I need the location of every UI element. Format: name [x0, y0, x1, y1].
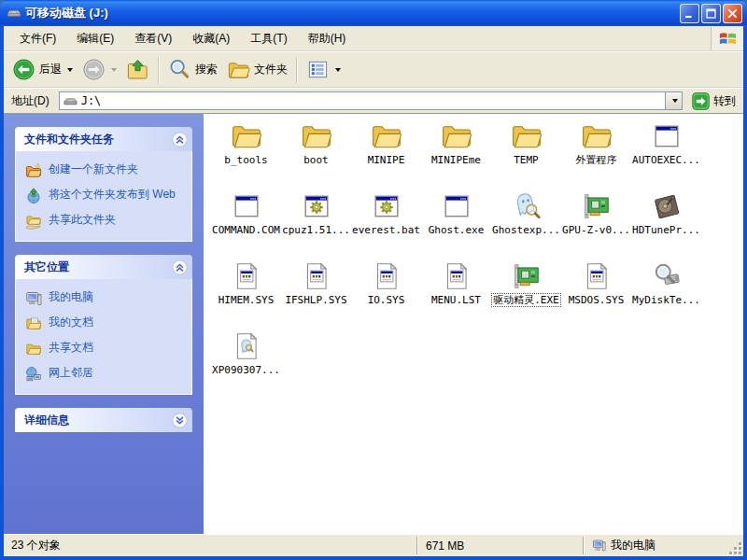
menu-item-favorites[interactable]: 收藏(A) [182, 27, 240, 50]
address-combo[interactable]: J:\ [59, 91, 683, 110]
dos-app-icon [231, 190, 262, 222]
panel-body-other-places: 我的电脑我的文档共享文档网上邻居 [15, 279, 192, 395]
batch-gear-icon [301, 190, 332, 222]
file-item[interactable]: MINIPE [351, 118, 421, 188]
batch-gear-icon [371, 190, 402, 222]
menu-item-help[interactable]: 帮助(H) [298, 27, 357, 50]
file-label: IFSHLP.SYS [285, 294, 346, 306]
chevron-down-icon [672, 99, 678, 103]
task-item-shared-documents[interactable]: 共享文档 [25, 341, 184, 357]
file-item[interactable]: Ghost.exe [421, 188, 491, 258]
minimize-button[interactable] [680, 4, 699, 23]
file-item[interactable]: COMMAND.COM [211, 188, 281, 258]
folders-button[interactable]: 文件夹 [222, 55, 292, 84]
task-item-new-folder[interactable]: 创建一个新文件夹 [25, 162, 184, 179]
back-dropdown-arrow[interactable] [67, 68, 73, 72]
my-documents-icon [25, 315, 42, 332]
address-label: 地址(D) [7, 93, 53, 109]
panel-title-file-tasks: 文件和文件夹任务 [24, 132, 172, 147]
removable-disk-icon [63, 94, 78, 108]
back-button[interactable]: 后退 [7, 55, 78, 84]
window-title: 可移动磁盘 (J:) [25, 5, 680, 21]
file-label: b_tools [224, 154, 267, 166]
new-folder-icon [25, 162, 42, 179]
views-dropdown-arrow[interactable] [335, 68, 341, 72]
dos-app-icon [651, 120, 683, 152]
file-item[interactable]: b_tools [211, 118, 281, 188]
system-file-icon [371, 260, 402, 292]
chevron-up-icon[interactable] [172, 132, 188, 147]
task-panel-file-tasks: 文件和文件夹任务创建一个新文件夹将这个文件夹发布到 Web共享此文件夹 [15, 127, 192, 242]
task-item-share-folder[interactable]: 共享此文件夹 [25, 213, 184, 230]
chevron-down-icon[interactable] [172, 413, 188, 428]
go-button[interactable]: 转到 [688, 92, 740, 110]
task-item-publish-web[interactable]: 将这个文件夹发布到 Web [25, 188, 184, 204]
file-item[interactable]: cpuz1.51... [281, 188, 351, 258]
search-button[interactable]: 搜索 [163, 55, 222, 84]
search-label: 搜索 [195, 62, 218, 77]
file-label: everest.bat [352, 224, 420, 236]
menu-item-tools[interactable]: 工具(T) [240, 27, 297, 50]
forward-dropdown-arrow[interactable] [111, 68, 117, 72]
file-item[interactable]: MINIPEme [421, 118, 491, 188]
file-item[interactable]: boot [281, 118, 351, 188]
file-item[interactable]: IO.SYS [351, 258, 421, 328]
folder-content: b_toolsbootMINIPEMINIPEmeTEMP外置程序AUTOEXE… [204, 114, 743, 534]
file-item[interactable]: IFSHLP.SYS [281, 258, 351, 328]
menu-bar: 文件(F)编辑(E)查看(V)收藏(A)工具(T)帮助(H) [4, 26, 743, 51]
disk-test-icon [651, 260, 683, 292]
file-grid: b_toolsbootMINIPEMINIPEmeTEMP外置程序AUTOEXE… [204, 114, 743, 398]
panel-header-other-places[interactable]: 其它位置 [15, 255, 192, 279]
panel-header-file-tasks[interactable]: 文件和文件夹任务 [15, 127, 192, 151]
task-item-my-computer[interactable]: 我的电脑 [25, 290, 184, 307]
client-area: 文件(F)编辑(E)查看(V)收藏(A)工具(T)帮助(H) 后退 搜索 [4, 26, 743, 556]
up-folder-icon [126, 58, 149, 81]
close-button[interactable] [723, 4, 742, 23]
maximize-button[interactable] [701, 4, 721, 23]
address-dropdown-button[interactable] [665, 92, 682, 109]
system-file-icon [441, 260, 472, 292]
panel-title-details: 详细信息 [24, 413, 172, 428]
file-item[interactable]: MENU.LST [421, 258, 491, 328]
task-label-new-folder: 创建一个新文件夹 [49, 162, 138, 176]
zone-label: 我的电脑 [611, 538, 655, 553]
file-item[interactable]: TEMP [491, 118, 561, 188]
file-item[interactable]: MyDiskTe... [631, 258, 701, 328]
up-button[interactable] [121, 55, 154, 84]
menu-item-view[interactable]: 查看(V) [124, 27, 182, 50]
menu-item-edit[interactable]: 编辑(E) [66, 27, 124, 50]
file-item[interactable]: HIMEM.SYS [211, 258, 281, 328]
panel-header-details[interactable]: 详细信息 [15, 408, 192, 432]
file-item[interactable]: GPU-Z-v0... [561, 188, 631, 258]
file-item[interactable]: Ghostexp... [491, 188, 561, 258]
file-label: Ghostexp... [492, 224, 560, 236]
title-bar[interactable]: 可移动磁盘 (J:) [0, 0, 747, 26]
views-button[interactable] [302, 55, 345, 84]
file-item[interactable]: everest.bat [351, 188, 421, 258]
explorer-window: 可移动磁盘 (J:) 文件(F)编辑(E)查看(V)收藏(A)工具(T)帮助(H… [0, 0, 747, 560]
file-item[interactable]: MSDOS.SYS [561, 258, 631, 328]
file-item[interactable]: 驱动精灵.EXE [491, 258, 561, 328]
address-value[interactable]: J:\ [81, 94, 665, 107]
back-label: 后退 [39, 62, 62, 77]
file-item[interactable]: HDTunePr... [631, 188, 701, 258]
folder-icon [301, 120, 332, 152]
task-item-network-places[interactable]: 网上邻居 [25, 366, 184, 383]
address-bar: 地址(D) J:\ 转到 [4, 88, 743, 114]
file-label: AUTOEXEC... [632, 154, 700, 166]
system-file-icon [301, 260, 332, 292]
file-label: HDTunePr... [632, 224, 700, 236]
hard-disk-icon [651, 190, 683, 222]
file-item[interactable]: AUTOEXEC... [631, 118, 701, 188]
file-item[interactable]: XP090307... [211, 328, 281, 398]
toolbar-separator [158, 57, 160, 83]
resize-grip[interactable] [730, 535, 743, 556]
file-item[interactable]: 外置程序 [561, 118, 631, 188]
task-label-my-computer: 我的电脑 [49, 290, 93, 304]
menu-item-file[interactable]: 文件(F) [9, 27, 66, 50]
file-label: GPU-Z-v0... [562, 224, 630, 236]
chevron-up-icon[interactable] [172, 259, 188, 275]
forward-button[interactable] [78, 55, 121, 84]
total-size: 671 MB [426, 539, 464, 553]
task-item-my-documents[interactable]: 我的文档 [25, 315, 184, 332]
